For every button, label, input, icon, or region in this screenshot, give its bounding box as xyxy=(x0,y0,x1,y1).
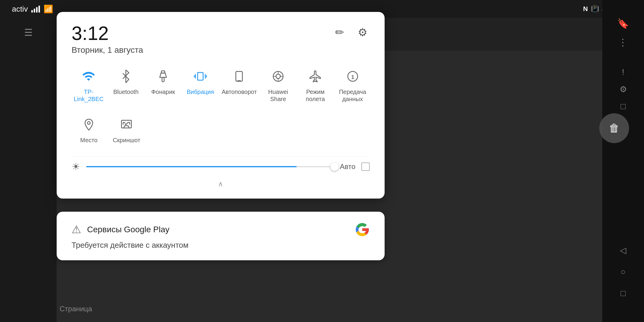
tile-huawei-share[interactable]: Huawei Share xyxy=(261,64,295,106)
bar4 xyxy=(38,6,40,13)
time-actions: ✏ ⚙ xyxy=(333,24,370,41)
vibration-label: Вибрация xyxy=(187,88,214,95)
menu-icon[interactable]: ☰ xyxy=(24,27,33,38)
bluetooth-icon xyxy=(117,67,135,85)
location-icon xyxy=(80,116,98,134)
wifi-status-icon: 📶 xyxy=(44,4,53,14)
airplane-label: Режим полета xyxy=(299,88,331,103)
tile-empty-8 xyxy=(335,112,370,147)
wifi-label: TP-Link_2BEC xyxy=(73,88,105,103)
far-right-panel: 🔖 ⋮ ! ⚙ □ ◁ ○ □ xyxy=(602,0,644,322)
notification-header: ⚠ Сервисы Google Play xyxy=(72,222,370,237)
warning-icon: ⚠ xyxy=(72,223,81,236)
huawei-share-icon xyxy=(269,67,287,85)
airplane-icon xyxy=(306,67,324,85)
tile-bluetooth[interactable]: Bluetooth xyxy=(109,64,143,106)
tile-autorotate[interactable]: Автоповорот xyxy=(220,64,258,106)
svg-rect-1 xyxy=(162,78,164,82)
exclamation-icon: ! xyxy=(622,67,624,77)
quick-settings-panel: 3:12 Вторник, 1 августа ✏ ⚙ TP-Link_2BEC xyxy=(57,12,385,199)
collapse-arrow[interactable]: ∧ xyxy=(72,177,370,190)
brightness-icon: ☀ xyxy=(72,161,80,172)
data-transfer-icon: 1 xyxy=(344,67,362,85)
location-label: Место xyxy=(80,137,97,144)
tile-empty-6 xyxy=(260,112,294,147)
trash-icon: 🗑 xyxy=(609,122,620,134)
data-transfer-label: Передача данных xyxy=(337,88,369,103)
brightness-row: ☀ Авто xyxy=(72,156,370,177)
bar3 xyxy=(36,7,38,13)
bluetooth-label: Bluetooth xyxy=(113,88,139,95)
brightness-thumb[interactable] xyxy=(330,162,339,171)
recents-icon[interactable]: □ xyxy=(621,289,626,298)
brightness-auto-label: Авто xyxy=(340,162,355,171)
bookmark-icon[interactable]: 🔖 xyxy=(617,18,629,29)
tile-wifi[interactable]: TP-Link_2BEC xyxy=(72,64,106,106)
settings-button[interactable]: ⚙ xyxy=(355,24,370,41)
clock-display: 3:12 xyxy=(72,24,143,43)
wifi-icon xyxy=(80,67,97,85)
home-icon[interactable]: ○ xyxy=(621,267,626,277)
huawei-share-label: Huawei Share xyxy=(262,88,294,103)
tile-empty-4 xyxy=(185,112,219,147)
svg-rect-2 xyxy=(198,72,203,80)
settings-nav-icon[interactable]: ⚙ xyxy=(620,84,627,94)
autorotate-icon xyxy=(230,67,248,85)
vibration-icon xyxy=(191,67,209,85)
autorotate-label: Автоповорот xyxy=(222,88,257,95)
square-icon: □ xyxy=(621,102,626,111)
up-chevron-icon: ∧ xyxy=(218,180,223,188)
brightness-auto-checkbox[interactable] xyxy=(361,162,370,171)
brightness-fill xyxy=(86,166,297,167)
nav-buttons: ◁ ○ □ xyxy=(620,245,626,298)
left-sidebar: ☰ xyxy=(0,18,57,322)
carrier-label: activ xyxy=(12,4,28,14)
notification-title: Сервисы Google Play xyxy=(87,225,169,234)
nfc-icon: N xyxy=(583,5,588,13)
tile-empty-5 xyxy=(222,112,257,147)
brightness-slider[interactable] xyxy=(86,166,334,167)
tile-empty-3 xyxy=(147,112,182,147)
bar2 xyxy=(34,9,35,13)
tile-location[interactable]: Место xyxy=(72,112,106,147)
bar1 xyxy=(31,10,33,13)
signal-bars xyxy=(31,6,40,13)
tile-vibration[interactable]: Вибрация xyxy=(183,64,218,106)
more-icon[interactable]: ⋮ xyxy=(618,37,628,48)
tile-airplane[interactable]: Режим полета xyxy=(298,64,332,106)
status-left: activ 📶 xyxy=(12,4,53,14)
page-text: Страница xyxy=(60,305,92,313)
page-label: Страница xyxy=(60,305,92,313)
back-icon[interactable]: ◁ xyxy=(620,245,626,255)
vibrate-icon: 📳 xyxy=(591,5,599,13)
flashlight-icon xyxy=(154,67,172,85)
tile-flashlight[interactable]: Фонарик xyxy=(146,64,180,106)
flashlight-label: Фонарик xyxy=(151,88,175,95)
tile-empty-7 xyxy=(298,112,332,147)
google-logo xyxy=(355,222,370,237)
tile-data-transfer[interactable]: 1 Передача данных xyxy=(335,64,370,106)
svg-text:1: 1 xyxy=(351,74,354,80)
edit-button[interactable]: ✏ xyxy=(333,24,346,41)
google-play-notification: ⚠ Сервисы Google Play Требуется действие… xyxy=(57,212,385,260)
quick-tiles-row1: TP-Link_2BEC Bluetooth Фонарик xyxy=(72,64,370,106)
tile-screenshot[interactable]: Скриншот xyxy=(109,112,144,147)
quick-tiles-row2: Место Скриншот xyxy=(72,112,370,147)
screenshot-icon xyxy=(117,116,135,134)
notification-subtitle: Требуется действие с аккаунтом xyxy=(72,241,370,250)
date-display: Вторник, 1 августа xyxy=(72,45,143,55)
trash-button[interactable]: 🗑 xyxy=(599,113,629,143)
time-section: 3:12 Вторник, 1 августа ✏ ⚙ xyxy=(72,24,370,55)
svg-rect-7 xyxy=(236,72,242,81)
svg-point-9 xyxy=(276,74,281,79)
time-date-block: 3:12 Вторник, 1 августа xyxy=(72,24,143,55)
screenshot-label: Скриншот xyxy=(113,137,140,144)
